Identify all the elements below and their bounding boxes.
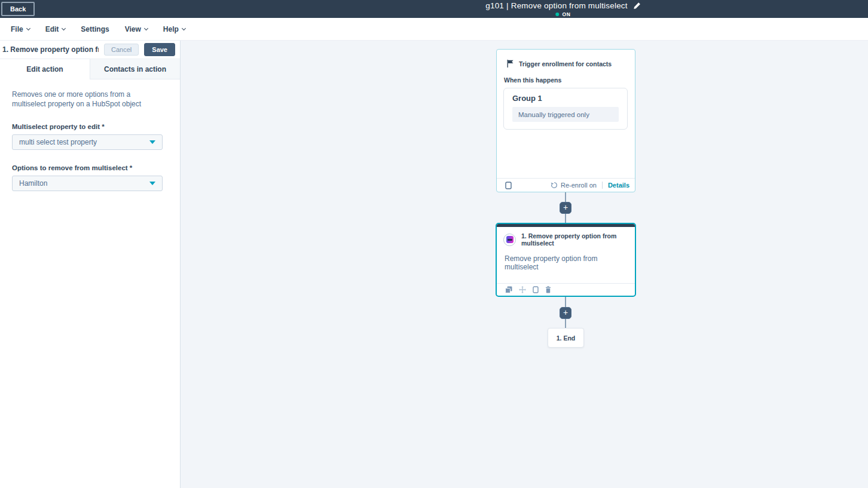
refresh-icon bbox=[551, 182, 558, 189]
menu-bar: File Edit Settings View Help bbox=[0, 18, 868, 41]
caret-down-icon bbox=[149, 182, 155, 185]
panel-tabs: Edit action Contacts in action bbox=[0, 59, 180, 79]
options-to-remove-label: Options to remove from multiselect * bbox=[12, 164, 168, 171]
re-enroll-label: Re-enroll on bbox=[561, 182, 597, 189]
panel-header: 1. Remove property option from m... Canc… bbox=[0, 41, 180, 59]
multiselect-property-select[interactable]: multi select test property bbox=[12, 134, 163, 150]
flag-icon bbox=[507, 60, 514, 67]
panel-body: Removes one or more options from a multi… bbox=[0, 79, 180, 191]
tab-contacts-in-action[interactable]: Contacts in action bbox=[90, 59, 180, 79]
menu-help-label: Help bbox=[163, 25, 179, 33]
footer-divider bbox=[602, 182, 603, 189]
caret-down-icon bbox=[149, 140, 155, 144]
group-criteria: Manually triggered only bbox=[512, 107, 619, 122]
trigger-footer: Re-enroll on Details bbox=[497, 178, 635, 192]
menu-help[interactable]: Help bbox=[163, 25, 185, 33]
re-enroll-toggle[interactable]: Re-enroll on bbox=[551, 182, 597, 189]
pencil-icon[interactable] bbox=[633, 2, 641, 10]
action-description-text: Remove property option from multiselect bbox=[497, 247, 635, 271]
multiselect-property-label: Multiselect property to edit * bbox=[12, 123, 168, 130]
options-to-remove-select[interactable]: Hamilton bbox=[12, 176, 163, 191]
trigger-title: Trigger enrollment for contacts bbox=[519, 60, 612, 67]
workflow-title-block: g101 | Remove option from multiselect ON bbox=[485, 1, 641, 17]
workflow-title: g101 | Remove option from multiselect bbox=[485, 1, 628, 10]
chevron-down-icon bbox=[26, 26, 30, 30]
menu-file[interactable]: File bbox=[11, 25, 30, 33]
workflow-canvas: Trigger enrollment for contacts When thi… bbox=[181, 41, 868, 488]
copy-icon[interactable] bbox=[505, 286, 512, 293]
trash-icon[interactable] bbox=[545, 286, 551, 293]
end-card: 1. End bbox=[548, 328, 584, 348]
action-title: 1. Remove property option from multisele… bbox=[521, 232, 629, 247]
options-to-remove-value: Hamilton bbox=[19, 179, 47, 188]
menu-view-label: View bbox=[125, 25, 141, 33]
action-footer bbox=[497, 283, 635, 296]
clipboard-icon[interactable] bbox=[505, 182, 512, 189]
menu-view[interactable]: View bbox=[125, 25, 148, 33]
app-icon bbox=[503, 234, 516, 246]
menu-edit[interactable]: Edit bbox=[45, 25, 66, 33]
chevron-down-icon bbox=[62, 26, 66, 30]
back-button[interactable]: Back bbox=[1, 2, 35, 16]
trigger-subtitle: When this happens bbox=[497, 67, 635, 84]
trigger-card[interactable]: Trigger enrollment for contacts When thi… bbox=[496, 49, 635, 192]
panel-title: 1. Remove property option from m... bbox=[2, 45, 99, 54]
tab-edit-action[interactable]: Edit action bbox=[0, 59, 90, 79]
action-card-1[interactable]: 1. Remove property option from multisele… bbox=[496, 223, 636, 297]
group-title: Group 1 bbox=[512, 94, 619, 103]
trigger-group-box[interactable]: Group 1 Manually triggered only bbox=[503, 88, 628, 130]
end-label: 1. End bbox=[557, 334, 576, 342]
status-on-dot bbox=[556, 13, 560, 16]
move-icon[interactable] bbox=[519, 286, 526, 293]
multiselect-property-value: multi select test property bbox=[19, 138, 97, 146]
top-bar: Back g101 | Remove option from multisele… bbox=[0, 0, 868, 18]
menu-settings[interactable]: Settings bbox=[81, 25, 109, 33]
details-link[interactable]: Details bbox=[608, 182, 629, 189]
menu-edit-label: Edit bbox=[45, 25, 59, 33]
menu-settings-label: Settings bbox=[81, 25, 109, 33]
cancel-button[interactable]: Cancel bbox=[104, 44, 139, 56]
add-action-button-1[interactable]: + bbox=[560, 202, 571, 214]
clipboard-icon[interactable] bbox=[533, 286, 539, 293]
save-button[interactable]: Save bbox=[144, 43, 175, 56]
action-description: Removes one or more options from a multi… bbox=[12, 90, 157, 109]
status-on-label: ON bbox=[563, 11, 571, 17]
action-edit-panel: 1. Remove property option from m... Canc… bbox=[0, 41, 181, 488]
add-action-button-2[interactable]: + bbox=[560, 307, 571, 319]
chevron-down-icon bbox=[144, 26, 148, 30]
menu-file-label: File bbox=[11, 25, 23, 33]
chevron-down-icon bbox=[182, 26, 186, 30]
